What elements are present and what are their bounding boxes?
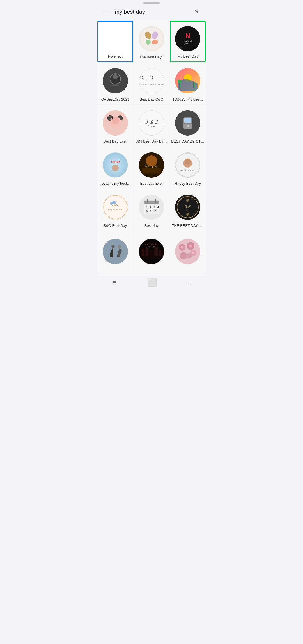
effect-no-effect[interactable]: No effect [97, 21, 133, 62]
svg-point-66 [118, 245, 121, 248]
thumb-circle-best-day-ever [103, 110, 128, 136]
svg-rect-32 [142, 168, 161, 173]
svg-rect-48 [144, 201, 159, 204]
svg-point-74 [146, 248, 147, 248]
svg-text:Best Day Ever: Best Day Ever [145, 165, 158, 168]
thumb-td2023 [170, 63, 206, 95]
svg-point-29 [112, 165, 119, 171]
svg-point-64 [103, 239, 128, 264]
thumb-bottom-2: BEST DAY EVER Hill & Anna [134, 231, 169, 268]
svg-point-0 [140, 28, 163, 50]
svg-text:BEST DÍA MÁGICAL: BEST DÍA MÁGICAL [108, 209, 123, 211]
svg-rect-72 [159, 250, 161, 256]
effect-td2023[interactable]: TD2023: My Bes… [170, 63, 206, 104]
thumb-circle-td2023 [175, 68, 200, 93]
svg-text:2: 2 [150, 206, 152, 209]
svg-point-81 [180, 252, 187, 259]
svg-point-60 [186, 199, 189, 202]
svg-point-3 [146, 40, 151, 45]
back-button[interactable]: ← [101, 7, 111, 17]
effect-label-my-best-day: My Best Day [176, 52, 199, 59]
close-button[interactable]: ✕ [192, 7, 202, 17]
status-bar [97, 0, 206, 3]
effect-best-day-ever[interactable]: Best Day Ever [97, 105, 133, 147]
nav-home-button[interactable]: ⬜ [148, 278, 157, 287]
svg-text:Best Vittawin IFC: Best Vittawin IFC [180, 170, 195, 172]
thumb-best-day-ever-2: Best Day Ever [134, 147, 169, 180]
effect-label-best-day-ot: BEST DAY BY OT… [170, 138, 205, 144]
nav-back-button[interactable]: ‹ [188, 278, 191, 287]
svg-text:8: 8 [146, 210, 148, 213]
svg-text:3: 3 [154, 206, 155, 209]
effect-bottom-1[interactable] [97, 231, 133, 273]
close-icon: ✕ [194, 8, 199, 15]
effect-best-day-co[interactable]: C | O 19 DE MARZO 2023 Best Day C&O [134, 63, 169, 104]
svg-text:Hill & Anna: Hill & Anna [148, 246, 155, 248]
svg-text:9: 9 [150, 210, 152, 213]
svg-point-77 [175, 239, 200, 264]
thumb-best-day-ever [97, 105, 133, 138]
thumb-circle-the-best-day [139, 26, 164, 51]
effect-today-is-my-best[interactable]: TODAY Today is my best… [97, 147, 133, 189]
svg-rect-23 [184, 118, 191, 123]
thumb-bottom-3 [170, 231, 206, 268]
effect-jj-best-day[interactable]: J & J ✿ ✿ ✿ J&J Best Day Ev… [134, 105, 169, 147]
effect-label-the-best-day: The Best Day!! [138, 53, 165, 60]
effect-label-happy-best-day: Happy Best Day [173, 180, 202, 186]
svg-point-73 [143, 249, 143, 250]
thumb-circle-best-day: 1 2 3 4 8 9 10 [139, 195, 164, 220]
thumb-circle-my-best-day: N my bestDay [175, 26, 200, 51]
thumb-circle-rdo-best-day: RdO BEST DÍA MÁGICAL [103, 195, 128, 220]
header: ← my best day ✕ [97, 3, 206, 20]
drag-handle [143, 2, 160, 4]
thumb-circle-best-day-co: C | O 19 DE MARZO 2023 [139, 68, 164, 93]
thumb-the-best-day [134, 21, 169, 53]
effect-best-day-ever-2[interactable]: Best Day Ever Best day Ever [134, 147, 169, 189]
svg-rect-12 [193, 82, 194, 88]
effect-best-day-ot[interactable]: BEST DAY BY OT… [170, 105, 206, 147]
thumb-bottom-1 [97, 231, 133, 268]
search-title: my best day [115, 9, 188, 15]
effect-label-rdo-best-day: RdO Best Day [102, 222, 128, 228]
thumb-circle-bottom-3 [175, 239, 200, 264]
svg-rect-71 [154, 247, 158, 256]
svg-point-8 [113, 74, 118, 79]
home-icon: ⬜ [148, 278, 157, 287]
nav-menu-button[interactable]: ≡ [113, 278, 117, 287]
effect-label-bottom-1 [114, 268, 116, 270]
svg-text:TODAY: TODAY [111, 161, 120, 164]
svg-text:4: 4 [157, 206, 159, 209]
thumb-circle-bottom-1 [103, 239, 128, 264]
effect-rdo-best-day[interactable]: RdO BEST DÍA MÁGICAL RdO Best Day [97, 189, 133, 231]
svg-point-65 [111, 245, 115, 248]
effect-bottom-3[interactable] [170, 231, 206, 273]
effect-happy-best-day[interactable]: Best Vittawin IFC Happy Best Day [170, 147, 206, 189]
effect-the-best-day-2[interactable]: R W ✦ ✦ ✦ THE BEST DAY -… [170, 189, 206, 231]
effects-grid: No effect The Best Day!! N my bes [97, 20, 206, 273]
effect-label-the-best-day-2: THE BEST DAY -… [171, 222, 205, 228]
effect-label-bottom-2 [150, 268, 153, 270]
effect-best-day[interactable]: 1 2 3 4 8 9 10 Best day [134, 189, 169, 231]
thumb-jj-best-day: J & J ✿ ✿ ✿ [134, 105, 169, 138]
thumb-happy-best-day: Best Vittawin IFC [170, 147, 206, 180]
nav-back-icon: ‹ [188, 278, 191, 287]
effect-bottom-2[interactable]: BEST DAY EVER Hill & Anna [134, 231, 169, 273]
svg-rect-69 [142, 249, 144, 256]
svg-point-82 [186, 253, 192, 259]
thumb-circle-the-best-day-2: R W ✦ ✦ ✦ [175, 195, 200, 220]
thumb-circle-gabestday [103, 68, 128, 93]
thumb-today-is-my-best: TODAY [97, 147, 133, 180]
effect-label-gabestday-2023: GABestDay 2023 [100, 95, 130, 102]
effect-label-best-day: Best day [143, 222, 160, 228]
effect-my-best-day[interactable]: N my bestDay My Best Day [170, 21, 206, 62]
effect-the-best-day[interactable]: The Best Day!! [134, 21, 169, 62]
svg-rect-70 [146, 247, 148, 256]
effect-label-td2023: TD2023: My Bes… [171, 95, 204, 102]
svg-text:1: 1 [146, 206, 148, 209]
thumb-gabestday-2023 [97, 63, 133, 95]
thumb-circle-jj: J & J ✿ ✿ ✿ [139, 110, 164, 136]
thumb-best-day-ot [170, 105, 206, 138]
effect-gabestday-2023[interactable]: GABestDay 2023 [97, 63, 133, 104]
effect-label-best-day-ever-2: Best day Ever [139, 180, 164, 186]
svg-point-25 [187, 125, 189, 127]
